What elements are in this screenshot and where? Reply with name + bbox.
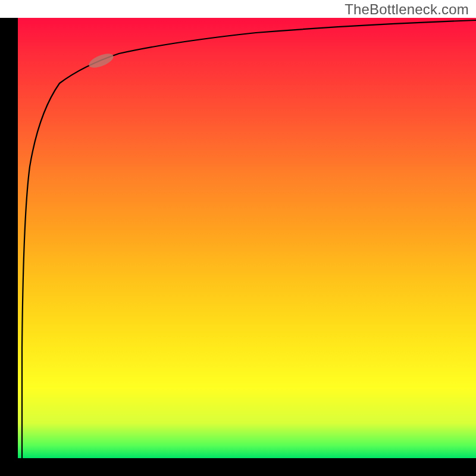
y-axis [0,18,18,458]
watermark-text: TheBottleneck.com [345,1,469,18]
chart-container: TheBottleneck.com [0,0,476,476]
plot-background-gradient [18,18,476,458]
x-axis [18,458,476,476]
axis-origin-corner [0,458,18,476]
